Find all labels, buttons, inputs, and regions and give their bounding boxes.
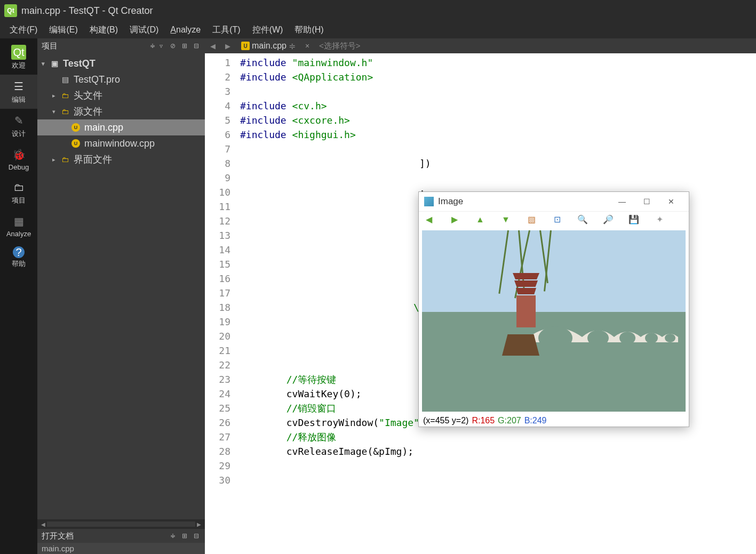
scroll-right-icon[interactable]: ▶ [195,520,203,528]
mode-welcome[interactable]: Qt 欢迎 [0,41,37,75]
arrow-up-icon[interactable]: ▲ [475,215,485,224]
collapse-icon: ▸ [52,156,60,163]
editor-tab-main[interactable]: U main.cpp ≑ [237,41,300,51]
tree-mainwindow-cpp[interactable]: U mainwindow.cpp [37,135,205,151]
mode-analyze-panel[interactable]: ▦ Analyze [0,210,37,242]
menu-bar: 文件(F) 编辑(E) 构建(B) 调试(D) Analyze 工具(T) 控件… [0,21,756,38]
image-canvas[interactable] [422,230,686,412]
link-icon[interactable]: ⊘ [169,42,177,50]
status-red: R:165 [472,416,495,425]
menu-debug[interactable]: 调试(D) [124,22,164,38]
dropdown-icon[interactable]: ≑ [289,41,296,51]
image-window-titlebar[interactable]: Image — ☐ ✕ [419,192,689,211]
maximize-button[interactable]: ☐ [634,194,659,210]
close-panel-icon[interactable]: ⊟ [192,42,201,50]
filter-icon[interactable]: ▿ [157,42,165,50]
sidebar-title: 项目 [42,41,148,51]
svg-point-0 [538,326,572,342]
scroll-left-icon[interactable]: ◀ [39,520,47,528]
window-titlebar: Qt main.cpp - TestQT - Qt Creator [0,0,756,21]
arrow-down-icon[interactable]: ▼ [501,215,511,224]
bug-icon: 🐞 [11,147,26,162]
add-panel-icon[interactable]: ⊞ [180,532,189,540]
add-panel-icon[interactable]: ⊞ [180,42,189,50]
folder-icon: 🗀 [60,154,70,165]
mode-edit[interactable]: ☰ 编辑 [0,75,37,109]
tree-pro-file[interactable]: ▤ TestQT.pro [37,71,205,87]
line-number-gutter: 1234567891011121314151617181920212223242… [205,53,240,554]
folder-icon: 🗀 [11,180,26,195]
qt-welcome-icon: Qt [11,45,26,60]
help-icon: ? [13,246,25,258]
editor-area: ◀ ▶ U main.cpp ≑ × <选择符号> 12345678910111… [205,38,756,554]
zoom-out-icon[interactable]: 🔎 [603,215,613,224]
mode-design[interactable]: ✎ 设计 [0,109,37,143]
dropdown-icon[interactable]: ≑ [148,42,157,50]
sidebar-header: 项目 ≑ ▿ ⊘ ⊞ ⊟ [37,38,205,53]
image-viewer-window[interactable]: Image — ☐ ✕ ◀ ▶ ▲ ▼ ▧ ⊡ 🔍 🔎 💾 ✦ [418,191,689,427]
symbol-selector[interactable]: <选择符号> [319,41,361,51]
tree-sources-folder[interactable]: ▾ 🗀 源文件 [37,103,205,119]
close-panel-icon[interactable]: ⊟ [192,532,201,540]
mode-help[interactable]: ? 帮助 [0,242,37,273]
zoom-fit-icon[interactable]: ⊡ [552,215,562,224]
cpp-file-icon: U [70,138,81,149]
nav-forward-icon[interactable]: ▶ [222,42,234,50]
mode-projects[interactable]: 🗀 项目 [0,175,37,210]
arrow-left-icon[interactable]: ◀ [424,215,434,224]
status-blue: B:249 [524,416,547,425]
editor-toolbar: ◀ ▶ U main.cpp ≑ × <选择符号> [205,38,756,53]
tree-headers-folder[interactable]: ▸ 🗀 头文件 [37,87,205,103]
image-status-bar: (x=455 y=2) R:165 G:207 B:249 [419,415,689,427]
grid-icon: ▦ [11,214,26,229]
image-window-title: Image [438,196,610,207]
open-docs-label: 打开文档 [42,531,74,541]
project-icon: ▣ [49,58,60,69]
edit-icon: ☰ [11,79,26,94]
pagoda-decoration [513,273,539,321]
menu-edit[interactable]: 编辑(E) [44,22,83,38]
collapse-icon: ▸ [52,92,60,99]
folder-icon: 🗀 [60,90,70,101]
menu-file[interactable]: 文件(F) [4,22,43,38]
menu-analyze[interactable]: Analyze [165,23,206,37]
open-doc-item[interactable]: main.cpp [37,543,205,554]
image-app-icon [424,197,434,206]
horizontal-scrollbar[interactable]: ◀ ▶ [37,519,205,529]
tree-forms-folder[interactable]: ▸ 🗀 界面文件 [37,151,205,167]
pro-file-icon: ▤ [60,74,70,85]
status-green: G:207 [498,416,521,425]
tree-root[interactable]: ▾ ▣ TestQT [37,55,205,71]
dropdown-icon[interactable]: ≑ [169,532,177,540]
boat-decoration [502,334,539,356]
menu-build[interactable]: 构建(B) [84,22,123,38]
image-display [419,227,689,415]
minimize-button[interactable]: — [610,194,634,210]
project-sidebar: 项目 ≑ ▿ ⊘ ⊞ ⊟ ▾ ▣ TestQT ▤ TestQT.pro ▸ 🗀 [37,38,205,554]
picture-icon[interactable]: ▧ [527,215,536,224]
close-tab-icon[interactable]: × [305,42,309,50]
tree-main-cpp[interactable]: U main.cpp [37,119,205,135]
project-tree: ▾ ▣ TestQT ▤ TestQT.pro ▸ 🗀 头文件 ▾ 🗀 源文件 … [37,53,205,519]
bridge-decoration [529,316,678,342]
window-title: main.cpp - TestQT - Qt Creator [21,5,153,17]
design-icon: ✎ [11,113,26,128]
save-icon[interactable]: 💾 [629,215,639,224]
close-button[interactable]: ✕ [659,194,683,210]
mode-debug[interactable]: 🐞 Debug [0,143,37,175]
image-toolbar: ◀ ▶ ▲ ▼ ▧ ⊡ 🔍 🔎 💾 ✦ [419,211,689,227]
mode-bar: Qt 欢迎 ☰ 编辑 ✎ 设计 🐞 Debug 🗀 项目 ▦ Analyze ?… [0,38,37,554]
menu-tools[interactable]: 工具(T) [207,22,245,38]
expand-icon: ▾ [42,60,49,67]
nav-back-icon[interactable]: ◀ [207,42,219,50]
zoom-in-icon[interactable]: 🔍 [578,215,587,224]
expand-icon: ▾ [52,108,60,115]
menu-help[interactable]: 帮助(H) [289,22,329,38]
cpp-file-icon: U [241,42,250,50]
menu-widgets[interactable]: 控件(W) [247,22,289,38]
brush-icon[interactable]: ✦ [655,215,664,224]
arrow-right-icon[interactable]: ▶ [450,215,459,224]
cpp-file-icon: U [70,122,81,133]
svg-point-4 [665,334,675,342]
status-coordinates: (x=455 y=2) [423,416,468,425]
